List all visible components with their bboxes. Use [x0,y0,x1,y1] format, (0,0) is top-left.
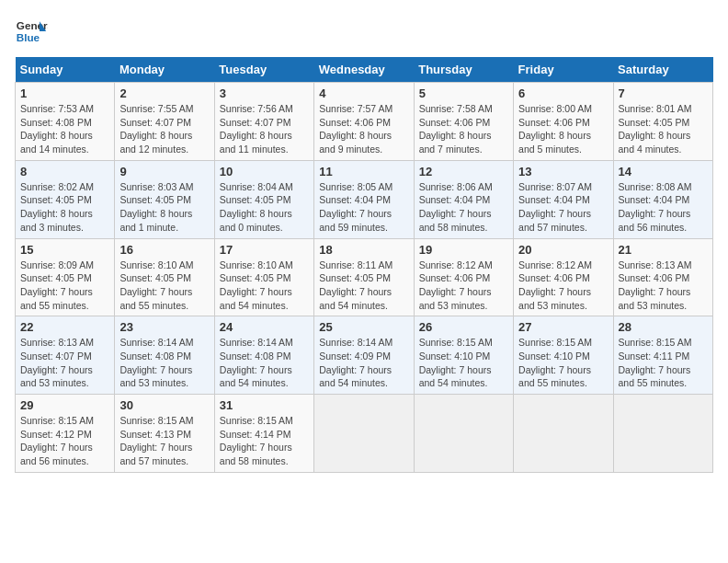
day-detail: Sunrise: 8:10 AM Sunset: 4:05 PM Dayligh… [220,259,309,313]
day-number: 29 [20,398,109,412]
col-header-tuesday: Tuesday [214,57,313,83]
day-number: 22 [20,320,109,334]
day-detail: Sunrise: 8:12 AM Sunset: 4:06 PM Dayligh… [419,259,508,313]
day-number: 21 [619,243,708,257]
day-detail: Sunrise: 8:05 AM Sunset: 4:04 PM Dayligh… [319,180,408,235]
calendar-cell: 17 Sunrise: 8:10 AM Sunset: 4:05 PM Dayl… [214,238,313,316]
calendar-cell: 9 Sunrise: 8:03 AM Sunset: 4:05 PM Dayli… [115,160,214,238]
calendar-cell [613,395,712,473]
calendar-cell: 22 Sunrise: 8:13 AM Sunset: 4:07 PM Dayl… [16,316,115,395]
day-detail: Sunrise: 8:07 AM Sunset: 4:04 PM Dayligh… [518,180,608,235]
calendar-cell [314,395,414,473]
day-detail: Sunrise: 8:11 AM Sunset: 4:05 PM Dayligh… [319,259,408,313]
day-number: 16 [119,243,209,257]
calendar-cell: 29 Sunrise: 8:15 AM Sunset: 4:12 PM Dayl… [16,395,115,473]
col-header-saturday: Saturday [613,57,712,83]
day-number: 8 [20,165,109,178]
calendar-cell: 20 Sunrise: 8:12 AM Sunset: 4:06 PM Dayl… [514,238,613,316]
header: General Blue [15,15,713,48]
day-detail: Sunrise: 8:03 AM Sunset: 4:05 PM Dayligh… [119,180,209,235]
calendar-cell: 7 Sunrise: 8:01 AM Sunset: 4:05 PM Dayli… [613,83,712,161]
day-number: 3 [220,86,309,100]
col-header-friday: Friday [514,57,613,83]
svg-text:Blue: Blue [17,31,40,43]
day-detail: Sunrise: 8:15 AM Sunset: 4:10 PM Dayligh… [419,336,508,390]
day-number: 24 [220,320,309,334]
day-number: 20 [518,243,608,257]
day-number: 23 [119,320,209,334]
week-row-3: 15 Sunrise: 8:09 AM Sunset: 4:05 PM Dayl… [16,238,713,316]
day-detail: Sunrise: 8:10 AM Sunset: 4:05 PM Dayligh… [119,259,209,313]
calendar-cell: 26 Sunrise: 8:15 AM Sunset: 4:10 PM Dayl… [414,316,513,395]
calendar-cell: 21 Sunrise: 8:13 AM Sunset: 4:06 PM Dayl… [613,238,712,316]
calendar-cell: 4 Sunrise: 7:57 AM Sunset: 4:06 PM Dayli… [314,83,414,161]
calendar-cell: 1 Sunrise: 7:53 AM Sunset: 4:08 PM Dayli… [16,83,115,161]
logo-icon: General Blue [15,15,48,48]
day-number: 12 [419,165,508,178]
calendar-cell: 24 Sunrise: 8:14 AM Sunset: 4:08 PM Dayl… [214,316,313,395]
calendar-cell: 19 Sunrise: 8:12 AM Sunset: 4:06 PM Dayl… [414,238,513,316]
calendar-cell: 18 Sunrise: 8:11 AM Sunset: 4:05 PM Dayl… [314,238,414,316]
day-detail: Sunrise: 8:15 AM Sunset: 4:12 PM Dayligh… [20,414,109,468]
col-header-wednesday: Wednesday [314,57,414,83]
day-number: 25 [319,320,408,334]
calendar-cell: 12 Sunrise: 8:06 AM Sunset: 4:04 PM Dayl… [414,160,513,238]
week-row-2: 8 Sunrise: 8:02 AM Sunset: 4:05 PM Dayli… [16,160,713,238]
calendar-cell: 8 Sunrise: 8:02 AM Sunset: 4:05 PM Dayli… [16,160,115,238]
calendar-cell: 10 Sunrise: 8:04 AM Sunset: 4:05 PM Dayl… [214,160,313,238]
calendar-cell: 25 Sunrise: 8:14 AM Sunset: 4:09 PM Dayl… [314,316,414,395]
week-row-5: 29 Sunrise: 8:15 AM Sunset: 4:12 PM Dayl… [16,395,713,473]
day-number: 5 [419,86,508,100]
day-number: 31 [220,398,309,412]
day-detail: Sunrise: 7:53 AM Sunset: 4:08 PM Dayligh… [20,102,109,156]
day-detail: Sunrise: 7:56 AM Sunset: 4:07 PM Dayligh… [220,102,309,156]
day-detail: Sunrise: 8:15 AM Sunset: 4:14 PM Dayligh… [220,414,309,468]
day-detail: Sunrise: 8:15 AM Sunset: 4:11 PM Dayligh… [619,336,708,390]
calendar-cell: 30 Sunrise: 8:15 AM Sunset: 4:13 PM Dayl… [115,395,214,473]
calendar-cell: 27 Sunrise: 8:15 AM Sunset: 4:10 PM Dayl… [514,316,613,395]
day-number: 26 [419,320,508,334]
calendar-cell: 16 Sunrise: 8:10 AM Sunset: 4:05 PM Dayl… [115,238,214,316]
day-detail: Sunrise: 8:06 AM Sunset: 4:04 PM Dayligh… [419,180,508,235]
col-header-sunday: Sunday [16,57,115,83]
calendar-cell: 28 Sunrise: 8:15 AM Sunset: 4:11 PM Dayl… [613,316,712,395]
day-detail: Sunrise: 7:55 AM Sunset: 4:07 PM Dayligh… [119,102,209,156]
week-row-1: 1 Sunrise: 7:53 AM Sunset: 4:08 PM Dayli… [16,83,713,161]
day-number: 7 [619,86,708,100]
calendar-cell: 11 Sunrise: 8:05 AM Sunset: 4:04 PM Dayl… [314,160,414,238]
day-detail: Sunrise: 8:02 AM Sunset: 4:05 PM Dayligh… [20,180,109,235]
day-number: 15 [20,243,109,257]
day-number: 27 [518,320,608,334]
calendar-cell [514,395,613,473]
day-number: 1 [20,86,109,100]
calendar-cell: 14 Sunrise: 8:08 AM Sunset: 4:04 PM Dayl… [613,160,712,238]
week-row-4: 22 Sunrise: 8:13 AM Sunset: 4:07 PM Dayl… [16,316,713,395]
calendar-cell: 13 Sunrise: 8:07 AM Sunset: 4:04 PM Dayl… [514,160,613,238]
day-detail: Sunrise: 8:13 AM Sunset: 4:06 PM Dayligh… [619,259,708,313]
day-number: 18 [319,243,408,257]
day-number: 14 [619,165,708,178]
day-detail: Sunrise: 8:01 AM Sunset: 4:05 PM Dayligh… [619,102,708,156]
calendar-cell: 15 Sunrise: 8:09 AM Sunset: 4:05 PM Dayl… [16,238,115,316]
day-detail: Sunrise: 7:57 AM Sunset: 4:06 PM Dayligh… [319,102,408,156]
day-number: 11 [319,165,408,178]
logo: General Blue [15,15,48,48]
day-detail: Sunrise: 8:14 AM Sunset: 4:08 PM Dayligh… [220,336,309,390]
day-detail: Sunrise: 8:15 AM Sunset: 4:10 PM Dayligh… [518,336,608,390]
day-detail: Sunrise: 8:12 AM Sunset: 4:06 PM Dayligh… [518,259,608,313]
col-header-monday: Monday [115,57,214,83]
day-detail: Sunrise: 8:13 AM Sunset: 4:07 PM Dayligh… [20,336,109,390]
day-number: 6 [518,86,608,100]
day-number: 30 [119,398,209,412]
calendar-table: SundayMondayTuesdayWednesdayThursdayFrid… [15,57,713,473]
calendar-cell: 31 Sunrise: 8:15 AM Sunset: 4:14 PM Dayl… [214,395,313,473]
calendar-cell [414,395,513,473]
day-detail: Sunrise: 8:04 AM Sunset: 4:05 PM Dayligh… [220,180,309,235]
day-detail: Sunrise: 8:09 AM Sunset: 4:05 PM Dayligh… [20,259,109,313]
calendar-cell: 23 Sunrise: 8:14 AM Sunset: 4:08 PM Dayl… [115,316,214,395]
day-number: 13 [518,165,608,178]
calendar-cell: 5 Sunrise: 7:58 AM Sunset: 4:06 PM Dayli… [414,83,513,161]
calendar-cell: 2 Sunrise: 7:55 AM Sunset: 4:07 PM Dayli… [115,83,214,161]
day-number: 17 [220,243,309,257]
day-detail: Sunrise: 8:14 AM Sunset: 4:09 PM Dayligh… [319,336,408,390]
